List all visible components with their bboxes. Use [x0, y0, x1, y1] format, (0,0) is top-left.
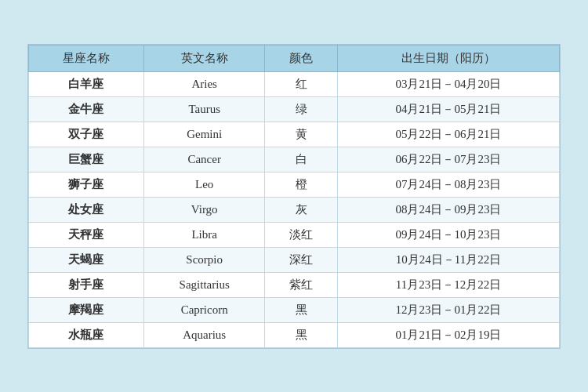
cell-chinese-name: 水瓶座	[29, 322, 144, 347]
cell-chinese-name: 金牛座	[29, 96, 144, 122]
cell-chinese-name: 白羊座	[29, 71, 144, 96]
cell-english-name: Aquarius	[143, 322, 265, 347]
cell-chinese-name: 处女座	[29, 197, 144, 222]
cell-dates: 12月23日－01月22日	[337, 297, 559, 322]
cell-dates: 03月21日－04月20日	[337, 71, 559, 96]
header-chinese-name: 星座名称	[29, 45, 144, 71]
header-english-name: 英文名称	[143, 45, 265, 71]
cell-english-name: Cancer	[143, 147, 265, 172]
cell-dates: 11月23日－12月22日	[337, 272, 559, 297]
cell-english-name: Sagittarius	[143, 272, 265, 297]
table-row: 天秤座Libra淡红09月24日－10月23日	[29, 222, 560, 247]
cell-english-name: Scorpio	[143, 247, 265, 272]
table-row: 射手座Sagittarius紫红11月23日－12月22日	[29, 272, 560, 297]
cell-color: 黑	[265, 322, 338, 347]
cell-chinese-name: 天秤座	[29, 222, 144, 247]
cell-dates: 05月22日－06月21日	[337, 122, 559, 147]
cell-color: 黑	[265, 297, 338, 322]
table-row: 巨蟹座Cancer白06月22日－07月23日	[29, 147, 560, 172]
table-body: 白羊座Aries红03月21日－04月20日金牛座Taurus绿04月21日－0…	[29, 71, 560, 347]
cell-dates: 04月21日－05月21日	[337, 96, 559, 122]
zodiac-table-container: 星座名称 英文名称 颜色 出生日期（阳历） 白羊座Aries红03月21日－04…	[27, 44, 561, 349]
cell-chinese-name: 天蝎座	[29, 247, 144, 272]
table-row: 狮子座Leo橙07月24日－08月23日	[29, 172, 560, 197]
cell-dates: 06月22日－07月23日	[337, 147, 559, 172]
cell-chinese-name: 射手座	[29, 272, 144, 297]
cell-dates: 10月24日－11月22日	[337, 247, 559, 272]
cell-chinese-name: 摩羯座	[29, 297, 144, 322]
cell-dates: 09月24日－10月23日	[337, 222, 559, 247]
cell-color: 白	[265, 147, 338, 172]
cell-color: 橙	[265, 172, 338, 197]
cell-chinese-name: 巨蟹座	[29, 147, 144, 172]
cell-english-name: Virgo	[143, 197, 265, 222]
cell-english-name: Gemini	[143, 122, 265, 147]
cell-color: 淡红	[265, 222, 338, 247]
table-row: 双子座Gemini黄05月22日－06月21日	[29, 122, 560, 147]
table-row: 摩羯座Capricorn黑12月23日－01月22日	[29, 297, 560, 322]
header-dates: 出生日期（阳历）	[337, 45, 559, 71]
zodiac-table: 星座名称 英文名称 颜色 出生日期（阳历） 白羊座Aries红03月21日－04…	[28, 45, 560, 348]
table-row: 处女座Virgo灰08月24日－09月23日	[29, 197, 560, 222]
table-header-row: 星座名称 英文名称 颜色 出生日期（阳历）	[29, 45, 560, 71]
cell-color: 黄	[265, 122, 338, 147]
cell-english-name: Leo	[143, 172, 265, 197]
cell-dates: 01月21日－02月19日	[337, 322, 559, 347]
cell-english-name: Capricorn	[143, 297, 265, 322]
cell-chinese-name: 狮子座	[29, 172, 144, 197]
cell-dates: 08月24日－09月23日	[337, 197, 559, 222]
table-row: 白羊座Aries红03月21日－04月20日	[29, 71, 560, 96]
cell-english-name: Taurus	[143, 96, 265, 122]
table-row: 水瓶座Aquarius黑01月21日－02月19日	[29, 322, 560, 347]
table-row: 天蝎座Scorpio深红10月24日－11月22日	[29, 247, 560, 272]
cell-color: 紫红	[265, 272, 338, 297]
cell-color: 红	[265, 71, 338, 96]
header-color: 颜色	[265, 45, 338, 71]
cell-chinese-name: 双子座	[29, 122, 144, 147]
cell-color: 深红	[265, 247, 338, 272]
cell-color: 灰	[265, 197, 338, 222]
cell-color: 绿	[265, 96, 338, 122]
cell-english-name: Libra	[143, 222, 265, 247]
cell-english-name: Aries	[143, 71, 265, 96]
cell-dates: 07月24日－08月23日	[337, 172, 559, 197]
table-row: 金牛座Taurus绿04月21日－05月21日	[29, 96, 560, 122]
